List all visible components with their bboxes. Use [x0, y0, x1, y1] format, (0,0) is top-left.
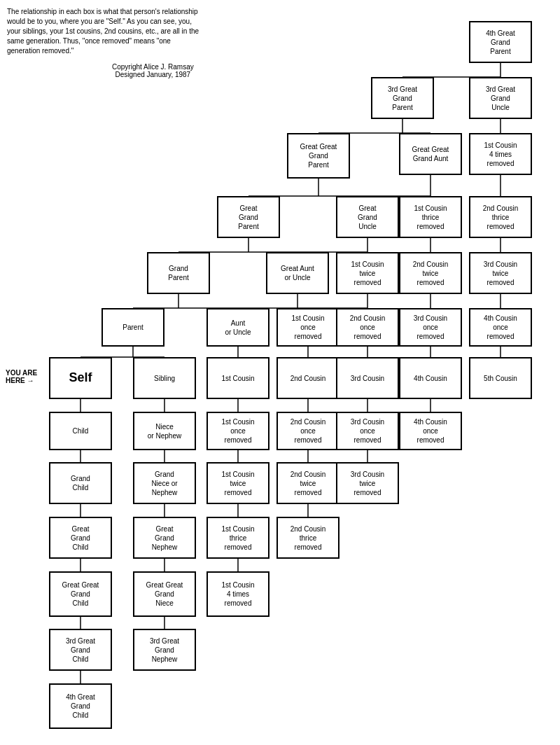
box-2nd_cousin_once_removed_up: 2nd Cousinonceremoved — [336, 308, 399, 347]
box-1st_cousin: 1st Cousin — [206, 357, 270, 399]
box-3rd_great_grand_uncle: 3rd GreatGrandUncle — [469, 77, 532, 119]
box-self: Self — [49, 357, 112, 399]
box-3rd_cousin: 3rd Cousin — [336, 357, 399, 399]
box-5th_cousin: 5th Cousin — [469, 357, 532, 399]
box-parent: Parent — [102, 308, 164, 347]
intro-text: The relationship in each box is what tha… — [7, 7, 203, 56]
box-3rd_great_grand_nephew: 3rd GreatGrandNephew — [133, 629, 196, 671]
box-2nd_cousin_twice_removed_down: 2nd Cousintwiceremoved — [276, 462, 340, 504]
box-1st_cousin_twice_removed_up: 1st Cousintwiceremoved — [336, 252, 399, 294]
box-2nd_cousin: 2nd Cousin — [276, 357, 340, 399]
box-1st_cousin_thrice_removed_down: 1st Cousinthriceremoved — [206, 517, 270, 559]
box-aunt_uncle: Auntor Uncle — [206, 308, 270, 347]
box-2nd_cousin_twice_removed_up: 2nd Cousintwiceremoved — [399, 252, 462, 294]
you-are-here-label: YOU AREHERE → — [6, 369, 37, 384]
box-2nd_cousin_thrice_removed_up: 2nd Cousinthriceremoved — [469, 196, 532, 238]
box-1st_cousin_4_times_removed: 1st Cousin4 timesremoved — [469, 133, 532, 175]
box-3rd_cousin_twice_removed_up: 3rd Cousintwiceremoved — [469, 252, 532, 294]
box-grand_parent: GrandParent — [147, 252, 210, 294]
box-great_great_grand_niece: Great GreatGrandNiece — [133, 571, 196, 617]
box-2nd_cousin_once_removed_down: 2nd Cousinonceremoved — [276, 412, 340, 450]
box-2nd_cousin_thrice_removed_down: 2nd Cousinthriceremoved — [276, 517, 340, 559]
box-3rd_great_grand_child: 3rd GreatGrandChild — [49, 629, 112, 671]
box-great_great_grand_parent: Great GreatGrandParent — [287, 133, 350, 179]
box-1st_cousin_thrice_removed_up: 1st Cousinthriceremoved — [399, 196, 462, 238]
box-sibling: Sibling — [133, 357, 196, 399]
box-4th_great_grand_parent: 4th GreatGrandParent — [469, 21, 532, 63]
box-niece_nephew: Nieceor Nephew — [133, 412, 196, 450]
box-4th_cousin_once_removed_down: 4th Cousinonceremoved — [399, 412, 462, 450]
box-child: Child — [49, 412, 112, 450]
box-great_grand_parent: GreatGrandParent — [217, 196, 280, 238]
box-4th_great_grand_child: 4th GreatGrandChild — [49, 683, 112, 729]
copyright: Copyright Alice J. Ramsay Designed Janua… — [112, 63, 194, 78]
box-great_grand_child: GreatGrandChild — [49, 517, 112, 559]
box-3rd_cousin_twice_removed_down: 3rd Cousintwiceremoved — [336, 462, 399, 504]
box-1st_cousin_once_removed_down: 1st Cousinonceremoved — [206, 412, 270, 450]
box-1st_cousin_4_times_removed_down: 1st Cousin4 timesremoved — [206, 571, 270, 617]
box-3rd_cousin_once_removed_up: 3rd Cousinonceremoved — [399, 308, 462, 347]
box-great_grand_nephew: GreatGrandNephew — [133, 517, 196, 559]
box-1st_cousin_once_removed_up: 1st Cousinonceremoved — [276, 308, 340, 347]
box-3rd_cousin_once_removed_down: 3rd Cousinonceremoved — [336, 412, 399, 450]
box-great_aunt_uncle: Great Auntor Uncle — [266, 252, 329, 294]
page: The relationship in each box is what tha… — [0, 0, 560, 745]
box-grand_child: GrandChild — [49, 462, 112, 504]
box-4th_cousin_once_removed_up: 4th Cousinonceremoved — [469, 308, 532, 347]
box-grand_niece_nephew: GrandNiece orNephew — [133, 462, 196, 504]
box-great_great_grand_child: Great GreatGrandChild — [49, 571, 112, 617]
box-3rd_great_grand_parent: 3rd GreatGrandParent — [371, 77, 434, 119]
box-1st_cousin_twice_removed_down: 1st Cousintwiceremoved — [206, 462, 270, 504]
box-4th_cousin: 4th Cousin — [399, 357, 462, 399]
box-great_great_grand_aunt: Great GreatGrand Aunt — [399, 133, 462, 175]
box-great_grand_uncle: GreatGrandUncle — [336, 196, 399, 238]
